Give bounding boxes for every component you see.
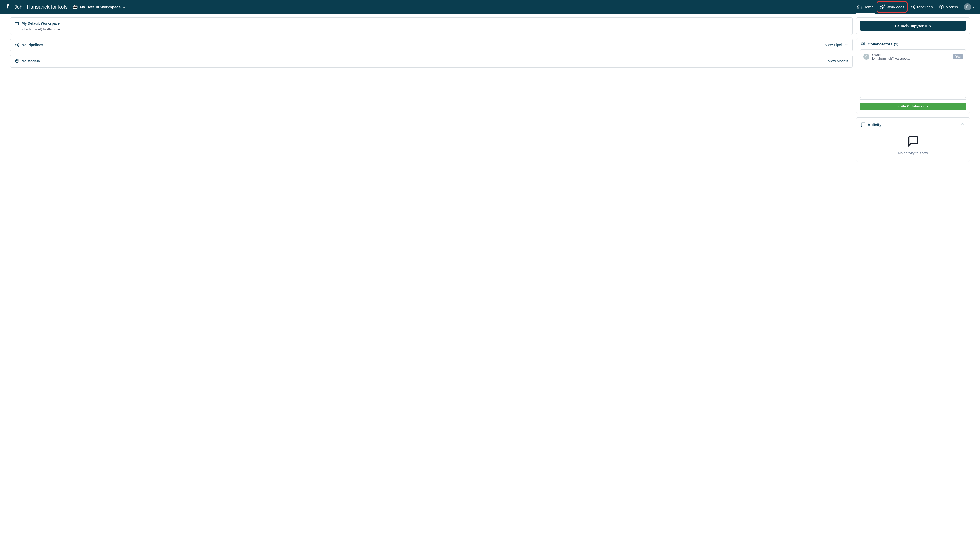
brand-name: John Hansarick for kots <box>14 4 68 10</box>
activity-card: Activity No activity to show <box>856 118 970 162</box>
models-card: No Models View Models <box>10 55 853 68</box>
collaborator-info: Owner john.hummel@wallaroo.ai <box>872 53 953 60</box>
invite-collaborators-button[interactable]: Invite Collaborators <box>860 103 966 110</box>
workspace-email: john.hummel@wallaroo.ai <box>22 27 848 31</box>
activity-empty-text: No activity to show <box>898 151 928 155</box>
main-content: My Default Workspace john.hummel@wallaro… <box>0 14 980 169</box>
models-title-row: No Models <box>14 59 40 64</box>
nav-home-label: Home <box>863 5 873 9</box>
nav-models[interactable]: Models <box>936 0 961 14</box>
pipelines-title-row: No Pipelines <box>14 42 43 48</box>
pipelines-card: No Pipelines View Pipelines <box>10 38 853 51</box>
left-column: My Default Workspace john.hummel@wallaro… <box>10 17 853 165</box>
svg-rect-4 <box>15 22 19 25</box>
collaborators-list: Owner john.hummel@wallaroo.ai You <box>860 49 966 98</box>
svg-rect-0 <box>73 6 77 9</box>
svg-point-2 <box>914 5 915 6</box>
svg-point-5 <box>15 44 16 45</box>
nav-workloads-label: Workloads <box>886 5 904 9</box>
svg-point-3 <box>914 8 915 8</box>
activity-title: Activity <box>868 122 881 127</box>
launch-card: Launch JupyterHub <box>856 17 970 35</box>
view-models-link[interactable]: View Models <box>828 59 848 63</box>
chevron-down-icon: ⌄ <box>123 5 125 9</box>
header-bar: John Hansarick for kots My Default Works… <box>0 0 980 14</box>
chevron-down-icon: ⌄ <box>973 5 975 9</box>
user-menu[interactable]: ⌄ <box>964 3 975 11</box>
nav-pipelines[interactable]: Pipelines <box>907 0 936 14</box>
svg-point-6 <box>18 43 19 44</box>
collaborators-card: Collaborators (1) Owner john.hummel@wall… <box>856 38 970 114</box>
avatar <box>964 3 971 11</box>
collaborator-item: Owner john.hummel@wallaroo.ai You <box>860 50 966 64</box>
launch-jupyterhub-button[interactable]: Launch JupyterHub <box>860 21 966 30</box>
svg-point-9 <box>864 43 865 44</box>
nav-workloads[interactable]: Workloads <box>877 0 907 14</box>
logo-icon <box>5 3 12 11</box>
collaborator-email: john.hummel@wallaroo.ai <box>872 57 953 60</box>
collaborators-title: Collaborators (1) <box>868 42 898 46</box>
nav-pipelines-label: Pipelines <box>917 5 933 9</box>
activity-header: Activity <box>861 122 966 127</box>
chat-icon <box>907 135 919 148</box>
workspace-title-row: My Default Workspace <box>14 21 848 26</box>
workspace-selector-label: My Default Workspace <box>80 5 121 9</box>
svg-point-8 <box>862 42 863 44</box>
you-badge: You <box>953 54 963 59</box>
view-pipelines-link[interactable]: View Pipelines <box>825 43 848 47</box>
pipelines-title: No Pipelines <box>22 43 43 47</box>
svg-point-1 <box>912 6 912 7</box>
chevron-up-icon[interactable] <box>960 122 966 127</box>
activity-body: No activity to show <box>861 127 966 158</box>
workspace-selector[interactable]: My Default Workspace ⌄ <box>73 4 125 10</box>
workspace-title: My Default Workspace <box>22 21 60 25</box>
scroll-indicator <box>860 99 966 100</box>
collaborators-header: Collaborators (1) <box>856 38 969 49</box>
collaborator-role: Owner <box>872 53 953 57</box>
nav-models-label: Models <box>945 5 958 9</box>
workspace-card: My Default Workspace john.hummel@wallaro… <box>10 17 853 35</box>
right-column: Launch JupyterHub Collaborators (1) Owne… <box>856 17 970 165</box>
svg-point-7 <box>18 46 19 46</box>
collaborator-avatar <box>863 54 870 60</box>
nav-home[interactable]: Home <box>854 0 877 14</box>
models-title: No Models <box>22 59 40 63</box>
